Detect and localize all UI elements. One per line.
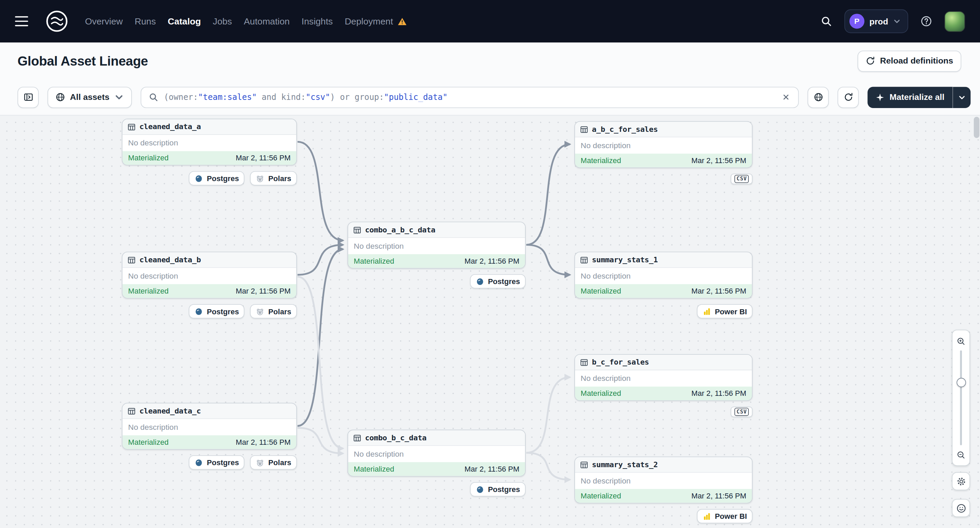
postgres-icon [476, 277, 484, 286]
kind-tag-powerbi[interactable]: Power BI [697, 304, 752, 319]
deployment-switcher[interactable]: P prod [844, 10, 908, 33]
nav-item-overview[interactable]: Overview [85, 16, 123, 26]
nav-item-insights[interactable]: Insights [302, 16, 333, 26]
clear-search-button[interactable] [778, 90, 793, 105]
kind-tag-label: Polars [268, 458, 291, 467]
asset-header: b_c_for_sales [575, 355, 752, 370]
kind-tag-label: Postgres [207, 458, 239, 467]
asset-name: combo_a_b_c_data [365, 225, 435, 235]
asset-card[interactable]: cleaned_data_bNo descriptionMaterialized… [122, 252, 297, 299]
zoom-slider[interactable] [953, 350, 969, 445]
lineage-edge-2 [298, 249, 343, 426]
materialize-options-button[interactable] [953, 87, 970, 108]
postgres-icon [194, 458, 204, 467]
refresh-icon [844, 92, 853, 102]
kind-tag-polars[interactable]: Polars [250, 304, 297, 319]
asset-status-row: MaterializedMar 2, 11:56 PM [575, 489, 752, 503]
nav-item-automation[interactable]: Automation [244, 16, 290, 26]
kind-tag-polars[interactable]: Polars [250, 455, 297, 469]
canvas-scrollbar[interactable] [974, 117, 980, 525]
nav-item-runs[interactable]: Runs [135, 16, 156, 26]
zoom-in-button[interactable] [953, 334, 969, 349]
refresh-button[interactable] [837, 87, 859, 108]
asset-card[interactable]: combo_b_c_dataNo descriptionMaterialized… [347, 430, 526, 477]
reload-definitions-button[interactable]: Reload definitions [858, 50, 961, 71]
asset-name: summary_stats_1 [592, 255, 658, 264]
nav-right: P prod [816, 10, 965, 33]
asset-header: cleaned_data_b [123, 252, 296, 268]
kind-tag-postgres[interactable]: Postgres [470, 274, 526, 289]
lineage-scope-button[interactable] [808, 87, 829, 108]
kind-tag-label: Postgres [488, 277, 520, 286]
kind-tag-label: Postgres [207, 174, 239, 183]
user-avatar[interactable] [944, 11, 965, 32]
kind-tag-postgres[interactable]: Postgres [189, 304, 245, 319]
open-panel-button[interactable] [18, 87, 38, 108]
hamburger-menu-button[interactable] [15, 11, 35, 32]
zoom-out-button[interactable] [953, 447, 969, 462]
csv-icon: csv [735, 175, 749, 183]
scrollbar-thumb[interactable] [974, 117, 980, 138]
table-icon [353, 225, 361, 234]
deployment-avatar: P [850, 14, 864, 29]
asset-node-cleaned_data_a: cleaned_data_aNo descriptionMaterialized… [122, 119, 297, 186]
table-icon [353, 434, 361, 442]
materialization-timestamp: Mar 2, 11:56 PM [691, 389, 746, 398]
polars-icon [256, 458, 264, 467]
table-icon [580, 256, 588, 264]
table-icon [127, 256, 136, 264]
close-icon [782, 93, 790, 101]
asset-description: No description [575, 137, 752, 154]
kind-tag-powerbi[interactable]: Power BI [697, 509, 752, 523]
materialize-all-button[interactable]: Materialize all [868, 87, 953, 108]
zoom-slider-thumb[interactable] [956, 378, 966, 387]
table-icon [580, 125, 588, 133]
asset-kind-tags: Postgres [347, 482, 526, 496]
asset-kind-tags: csv [574, 174, 752, 184]
kind-tag-postgres[interactable]: Postgres [189, 171, 245, 186]
asset-card[interactable]: combo_a_b_c_dataNo descriptionMaterializ… [347, 222, 526, 269]
asset-card[interactable]: summary_stats_2No descriptionMaterialize… [574, 457, 752, 504]
asset-status-row: MaterializedMar 2, 11:56 PM [575, 284, 752, 298]
kind-tag-csv[interactable]: csv [731, 174, 753, 184]
canvas-settings-button[interactable] [952, 472, 970, 490]
postgres-icon [476, 485, 484, 494]
asset-card[interactable]: cleaned_data_cNo descriptionMaterialized… [122, 403, 297, 450]
materialization-timestamp: Mar 2, 11:56 PM [235, 287, 290, 296]
nav-item-deployment[interactable]: Deployment [345, 16, 407, 26]
kind-tag-polars[interactable]: Polars [250, 171, 297, 186]
asset-status-row: MaterializedMar 2, 11:56 PM [575, 154, 752, 167]
nav-item-jobs[interactable]: Jobs [213, 16, 232, 26]
power-bi-icon [702, 307, 711, 316]
lineage-canvas[interactable]: cleaned_data_aNo descriptionMaterialized… [0, 116, 980, 528]
asset-name: cleaned_data_b [139, 255, 201, 264]
query-segment-plain: ) or group: [330, 92, 384, 102]
kind-tag-csv[interactable]: csv [731, 407, 753, 417]
asset-search-input[interactable]: (owner:"team:sales" and kind:"csv") or g… [141, 87, 799, 108]
nav-item-label: Jobs [213, 16, 232, 26]
kind-tag-postgres[interactable]: Postgres [189, 455, 245, 469]
asset-name: combo_b_c_data [365, 434, 426, 442]
asset-filter-button[interactable]: All assets [48, 87, 132, 108]
asset-card[interactable]: a_b_c_for_salesNo descriptionMaterialize… [574, 121, 752, 168]
page-title: Global Asset Lineage [18, 53, 148, 68]
nav-search-button[interactable] [816, 11, 837, 31]
asset-kind-tags: PostgresPolars [122, 455, 297, 469]
smiley-icon [956, 503, 966, 513]
help-button[interactable] [916, 11, 937, 31]
feedback-button[interactable] [952, 499, 970, 517]
kind-tag-postgres[interactable]: Postgres [470, 482, 526, 496]
asset-header: a_b_c_for_sales [575, 122, 752, 137]
asset-description: No description [575, 473, 752, 489]
query-segment-value: "csv" [306, 92, 330, 102]
asset-card[interactable]: b_c_for_salesNo descriptionMaterializedM… [574, 354, 752, 401]
asset-card[interactable]: cleaned_data_aNo descriptionMaterialized… [122, 119, 297, 165]
asset-node-cleaned_data_c: cleaned_data_cNo descriptionMaterialized… [122, 403, 297, 470]
main-nav: OverviewRunsCatalogJobsAutomationInsight… [85, 16, 407, 26]
materialization-timestamp: Mar 2, 11:56 PM [691, 156, 746, 165]
chevron-down-icon [114, 92, 124, 102]
asset-kind-tags: Postgres [347, 274, 526, 289]
query-segment-value: "public_data" [384, 92, 447, 102]
nav-item-catalog[interactable]: Catalog [168, 16, 201, 26]
asset-card[interactable]: summary_stats_1No descriptionMaterialize… [574, 252, 752, 299]
